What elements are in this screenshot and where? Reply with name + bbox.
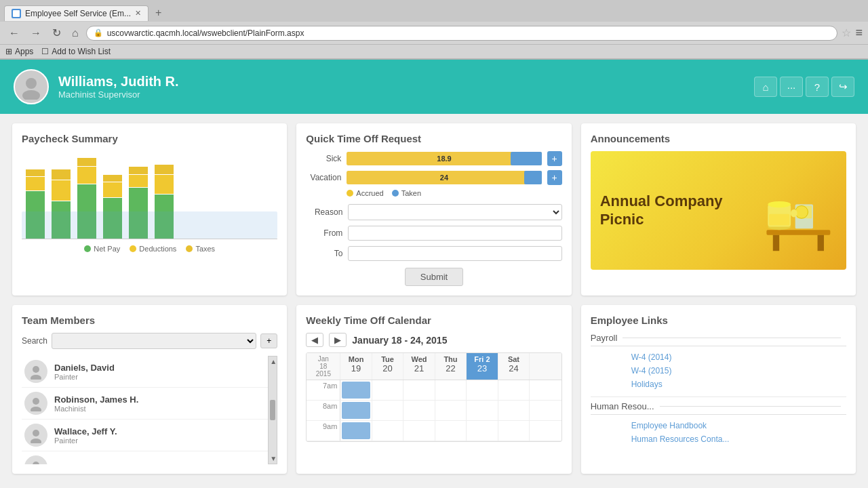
from-row: From <box>306 226 561 241</box>
new-tab-button[interactable]: + <box>149 4 168 22</box>
forward-button[interactable]: → <box>27 26 45 41</box>
cal-event <box>342 382 370 399</box>
avatar <box>14 69 49 104</box>
day-num: 19 <box>342 363 369 373</box>
browser-tab[interactable]: Employee Self Service (Em... ✕ <box>4 5 149 21</box>
picnic-text: Annual Company Picnic <box>600 192 761 228</box>
cal-cell-fri-7 <box>467 380 498 400</box>
reason-select[interactable] <box>348 204 561 220</box>
browser-menu-icon[interactable]: ≡ <box>855 26 863 40</box>
day-label: Fri 2 <box>469 355 495 363</box>
main-content: Paycheck Summary <box>0 114 868 483</box>
member-name: Daniels, David <box>54 363 115 373</box>
legend-deductions: Deductions <box>130 245 176 253</box>
employee-handbook-link[interactable]: Employee Handbook <box>591 419 846 432</box>
legend-accrued: Accrued <box>347 189 383 197</box>
browser-nav: ← → ↻ ⌂ 🔒 uscovwarctic.qacmh.local/wsweb… <box>0 22 868 45</box>
team-members-title: Team Members <box>22 314 277 326</box>
logout-button[interactable]: ↪ <box>831 77 854 97</box>
vacation-bar-container: 24 <box>347 171 541 184</box>
member-job-title: Painter <box>54 373 115 381</box>
quick-time-off-title: Quick Time Off Request <box>306 133 561 144</box>
netpay-bar <box>129 188 148 239</box>
address-bar[interactable]: 🔒 uscovwarctic.qacmh.local/wswebclient/P… <box>86 26 838 41</box>
member-list: Daniels, David Painter Robinson, James H… <box>22 356 268 464</box>
bar-group <box>153 165 175 239</box>
holidays-link[interactable]: Holidays <box>591 378 846 391</box>
submit-button[interactable]: Submit <box>405 268 463 286</box>
cal-cell-thu-7 <box>435 380 467 400</box>
apps-grid-icon: ⊞ <box>5 47 12 56</box>
member-job-title: Machinist <box>54 405 138 413</box>
bookmark-wishlist[interactable]: ☐ Add to Wish List <box>41 47 111 56</box>
user-name: Williams, Judith R. <box>58 74 179 89</box>
browser-chrome: Employee Self Service (Em... ✕ + ← → ↻ ⌂… <box>0 0 868 60</box>
calendar-corner-cell: Jan182015 <box>307 353 340 380</box>
taken-dot <box>392 190 399 197</box>
scrollbar-down-button[interactable]: ▼ <box>269 453 277 464</box>
w4-2015-link[interactable]: W-4 (2015) <box>591 364 846 378</box>
time-label: 8am <box>307 401 340 420</box>
home-nav-button[interactable]: ⌂ <box>68 26 82 41</box>
legend-accrued-label: Accrued <box>356 189 383 197</box>
back-button[interactable]: ← <box>5 26 23 41</box>
help-button[interactable]: ? <box>806 77 829 97</box>
hr-divider <box>660 406 841 407</box>
vacation-taken-bar <box>524 171 542 184</box>
deduction-bar <box>155 175 174 194</box>
employee-links-title: Employee Links <box>591 314 846 326</box>
cal-cell-thu-9 <box>435 421 467 441</box>
from-input[interactable] <box>348 226 561 241</box>
member-avatar <box>24 455 47 464</box>
more-button[interactable]: ··· <box>780 77 803 97</box>
sick-taken-bar <box>511 152 542 165</box>
cal-event <box>342 402 370 419</box>
deduction-bar <box>129 175 148 187</box>
header-actions: ⌂ ··· ? ↪ <box>754 77 854 97</box>
sick-add-button[interactable]: + <box>547 151 562 166</box>
bar-group <box>76 158 98 239</box>
member-job-title: Painter <box>54 436 117 445</box>
reload-button[interactable]: ↻ <box>49 25 64 41</box>
section-divider <box>591 396 846 397</box>
bar-group <box>50 169 72 239</box>
vacation-add-button[interactable]: + <box>547 170 562 185</box>
day-num: 22 <box>437 363 464 373</box>
calendar-wed-header: Wed 21 <box>403 353 435 380</box>
taxes-dot <box>186 245 193 252</box>
hr-contact-link[interactable]: Human Resources Conta... <box>591 432 846 446</box>
search-select[interactable] <box>52 333 256 349</box>
member-avatar <box>24 360 47 383</box>
header-user: Williams, Judith R. Machinist Supervisor <box>14 69 179 104</box>
member-avatar <box>24 424 47 447</box>
hr-section: Human Resou... Employee Handbook Human R… <box>591 401 846 446</box>
tab-close-button[interactable]: ✕ <box>135 9 141 18</box>
app-container: Williams, Judith R. Machinist Supervisor… <box>0 60 868 488</box>
deductions-dot <box>130 245 136 252</box>
member-name: Wallace, Jeff Y. <box>54 426 117 436</box>
bookmark-apps[interactable]: ⊞ Apps <box>5 47 33 56</box>
home-button[interactable]: ⌂ <box>754 77 777 97</box>
svg-rect-3 <box>767 230 831 235</box>
calendar-next-button[interactable]: ▶ <box>329 333 347 347</box>
calendar-row: 7am <box>307 380 561 401</box>
announcement-banner: Annual Company Picnic <box>591 151 846 270</box>
w4-2014-link[interactable]: W-4 (2014) <box>591 350 846 364</box>
calendar-navigation: ◀ ▶ January 18 - 24, 2015 <box>306 333 561 347</box>
to-input[interactable] <box>348 246 561 261</box>
user-title: Machinist Supervisor <box>58 89 179 100</box>
tax-bar <box>129 167 148 174</box>
scrollbar-thumb[interactable] <box>270 400 275 420</box>
netpay-bar <box>52 201 71 239</box>
cal-cell-wed-8 <box>403 401 435 420</box>
calendar-fri-header: Fri 2 23 <box>467 353 498 380</box>
day-num: 20 <box>374 363 401 373</box>
search-add-button[interactable]: + <box>260 333 277 348</box>
scrollbar-up-button[interactable]: ▲ <box>269 357 277 367</box>
member-list-scrollbar[interactable]: ▲ ▼ <box>268 356 277 464</box>
svg-point-1 <box>26 78 37 89</box>
bookmark-star-icon[interactable]: ☆ <box>842 26 851 39</box>
member-name: Robinson, James H. <box>54 394 138 405</box>
calendar-prev-button[interactable]: ◀ <box>306 333 323 347</box>
svg-rect-13 <box>769 214 789 225</box>
